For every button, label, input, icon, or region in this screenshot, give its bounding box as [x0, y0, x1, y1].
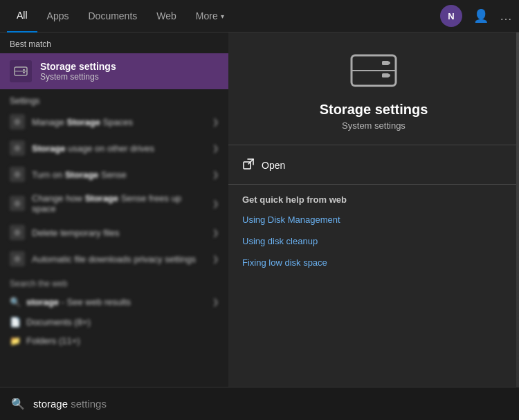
divider-2: [228, 184, 519, 185]
search-ghost-text: settings: [68, 398, 107, 410]
web-link-disk-cleanup[interactable]: Using disk cleanup: [228, 230, 519, 252]
web-help-label: Get quick help from web: [228, 189, 519, 209]
nav-right: N 👤 …: [440, 5, 512, 27]
setting-item-change-storage-sense[interactable]: ⚙ Change how Storage Sense frees up spac…: [0, 188, 228, 219]
tab-web[interactable]: Web: [147, 0, 186, 33]
storage-settings-icon: [10, 60, 32, 82]
search-web-item[interactable]: 🔍 storage - See web results ❯: [0, 291, 228, 313]
search-bar: 🔍 storage settings: [0, 387, 519, 420]
tab-all[interactable]: All: [7, 0, 37, 33]
svg-rect-2: [23, 72, 25, 73]
settings-icon-1: ⚙: [10, 114, 25, 129]
right-subtitle: System settings: [342, 120, 406, 131]
open-link-icon: [242, 158, 255, 173]
right-storage-icon: [349, 53, 398, 91]
setting-item-text-5: Delete temporary files: [32, 228, 206, 238]
settings-label: Settings: [0, 89, 228, 109]
divider-1: [228, 145, 519, 145]
folder-icon: 📁: [10, 336, 21, 346]
search-web-text: storage - See web results: [26, 297, 131, 307]
right-title: Storage settings: [320, 102, 428, 118]
top-nav: All Apps Documents Web More ▾ N 👤 …: [0, 0, 519, 33]
setting-item-text-1: Manage Storage Spaces: [32, 117, 206, 127]
documents-category[interactable]: 📄 Documents (8+): [0, 313, 228, 331]
search-icon: 🔍: [10, 297, 21, 307]
setting-item-auto-downloads[interactable]: ⚙ Automatic file downloads privacy setti…: [0, 246, 228, 272]
ellipsis-icon[interactable]: …: [500, 9, 512, 24]
documents-label: Documents (8+): [26, 317, 91, 327]
settings-icon-3: ⚙: [10, 167, 25, 182]
setting-item-text-4: Change how Storage Sense frees up space: [32, 193, 206, 214]
open-label: Open: [262, 160, 285, 171]
document-icon: 📄: [10, 317, 21, 327]
best-match-label: Best match: [0, 33, 228, 53]
chevron-right-icon: ❯: [212, 118, 219, 127]
web-link-low-disk-space[interactable]: Fixing low disk space: [228, 252, 519, 273]
settings-icon-5: ⚙: [10, 225, 25, 240]
right-accent-bar: [516, 33, 519, 387]
search-typed-text[interactable]: storage: [33, 398, 68, 410]
chevron-right-icon-3: ❯: [212, 170, 219, 179]
search-bar-text[interactable]: storage settings: [33, 398, 107, 410]
left-panel: Best match Storage settings System setti…: [0, 33, 228, 387]
svg-point-8: [388, 62, 390, 64]
setting-item-text-2: Storage usage on other drives: [32, 143, 206, 154]
setting-item-text-3: Turn on Storage Sense: [32, 170, 206, 180]
chevron-right-web: ❯: [212, 298, 219, 307]
chevron-right-icon-4: ❯: [212, 199, 219, 208]
open-button[interactable]: Open: [228, 151, 519, 180]
best-match-title: Storage settings: [40, 61, 116, 72]
svg-rect-1: [23, 69, 25, 71]
setting-item-storage-usage[interactable]: ⚙ Storage usage on other drives ❯: [0, 135, 228, 161]
chevron-right-icon-6: ❯: [212, 255, 219, 264]
setting-item-manage-storage[interactable]: ⚙ Manage Storage Spaces ❯: [0, 109, 228, 135]
tab-apps[interactable]: Apps: [37, 0, 79, 33]
web-link-disk-management[interactable]: Using Disk Management: [228, 209, 519, 230]
svg-point-9: [388, 74, 390, 77]
setting-item-delete-temp[interactable]: ⚙ Delete temporary files ❯: [0, 219, 228, 246]
setting-item-text-6: Automatic file downloads privacy setting…: [32, 254, 206, 264]
folders-label: Folders (11+): [26, 336, 80, 346]
chevron-right-icon-2: ❯: [212, 144, 219, 153]
settings-icon-2: ⚙: [10, 140, 25, 156]
best-match-item[interactable]: Storage settings System settings: [0, 53, 228, 89]
avatar[interactable]: N: [440, 5, 462, 27]
settings-icon-6: ⚙: [10, 251, 25, 266]
main-container: Best match Storage settings System setti…: [0, 33, 519, 387]
settings-list: ⚙ Manage Storage Spaces ❯ ⚙ Storage usag…: [0, 109, 228, 272]
setting-item-storage-sense[interactable]: ⚙ Turn on Storage Sense ❯: [0, 161, 228, 188]
search-web-label: Search the web: [0, 272, 228, 291]
tab-documents[interactable]: Documents: [78, 0, 147, 33]
right-panel: Storage settings System settings Open Ge…: [228, 33, 519, 387]
person-add-icon[interactable]: 👤: [473, 8, 489, 24]
search-bar-icon: 🔍: [11, 397, 25, 410]
best-match-subtitle: System settings: [40, 72, 116, 82]
folders-category[interactable]: 📁 Folders (11+): [0, 331, 228, 350]
chevron-down-icon: ▾: [221, 12, 224, 20]
tab-more[interactable]: More ▾: [186, 0, 234, 33]
settings-icon-4: ⚙: [10, 196, 25, 211]
chevron-right-icon-5: ❯: [212, 228, 219, 237]
